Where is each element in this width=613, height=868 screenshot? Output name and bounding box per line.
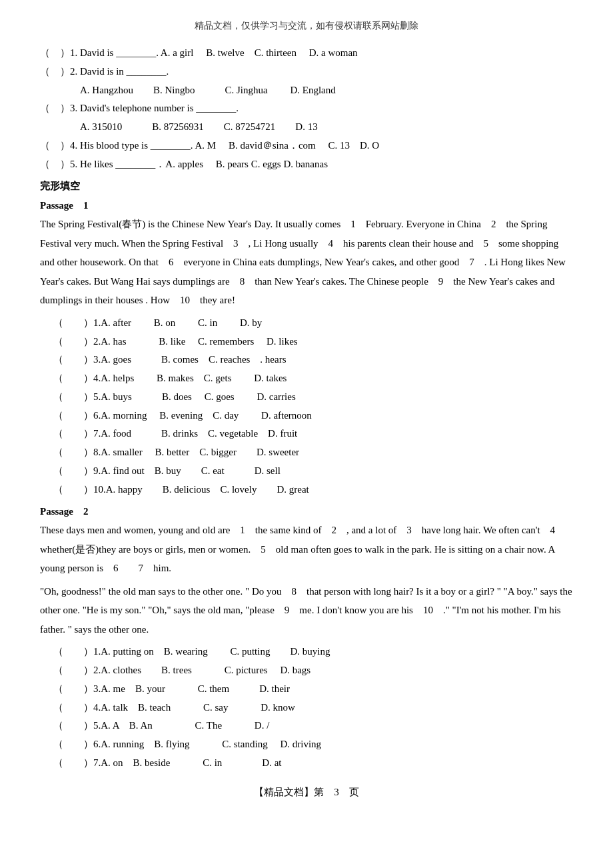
passage1-option-2: （ ）2.A. has B. like C. remembers D. like…: [53, 333, 573, 351]
question-5: （ ）5. He likes ________．A. apples B. pea…: [40, 155, 573, 174]
passage1-option-3: （ ）3.A. goes B. comes C. reaches . hears: [53, 351, 573, 369]
passage2-option-7: （ ）7.A. on B. beside C. in D. at: [53, 754, 573, 773]
passage2-option-6: （ ）6.A. running B. flying C. standing D.…: [53, 735, 573, 754]
passage1-option-1: （ ）1.A. after B. on C. in D. by: [53, 314, 573, 333]
question-2: （ ）2. David is in ________.: [40, 63, 573, 81]
footer-text: 【精品文档】第 3 页: [40, 786, 573, 799]
question-2-options: A. Hangzhou B. Ningbo C. Jinghua D. Engl…: [80, 81, 573, 100]
passage1-option-5: （ ）5.A. buys B. does C. goes D. carries: [53, 388, 573, 407]
passage2-option-1: （ ）1.A. putting on B. wearing C. putting…: [53, 643, 573, 661]
passage1-option-10: （ ）10.A. happy B. delicious C. lovely D.…: [53, 481, 573, 499]
passage2-option-5: （ ）5.A. A B. An C. The D. /: [53, 717, 573, 735]
question-3-options: A. 315010 B. 87256931 C. 87254721 D. 13: [80, 118, 573, 137]
passage1-option-8: （ ）8.A. smaller B. better C. bigger D. s…: [53, 443, 573, 462]
question-4: （ ）4. His blood type is ________. A. M B…: [40, 137, 573, 155]
passage2-options: （ ）1.A. putting on B. wearing C. putting…: [40, 643, 573, 772]
passage2-option-4: （ ）4.A. talk B. teach C. say D. know: [53, 699, 573, 717]
passage1-body: The Spring Festival(春节) is the Chinese N…: [40, 215, 573, 310]
cloze-title: 完形填空: [40, 180, 573, 193]
passage2-option-3: （ ）3.A. me B. your C. them D. their: [53, 680, 573, 699]
question-3: （ ）3. David's telephone number is ______…: [40, 99, 573, 118]
passage1-option-4: （ ）4.A. helps B. makes C. gets D. takes: [53, 369, 573, 388]
question-1: （ ）1. David is ________. A. a girl B. tw…: [40, 44, 573, 63]
passage2-body2: "Oh, goodness!" the old man says to the …: [40, 582, 573, 639]
header-text: 精品文档，仅供学习与交流，如有侵权请联系网站删除: [40, 20, 573, 32]
passage1-option-6: （ ）6.A. morning B. evening C. day D. aft…: [53, 407, 573, 425]
passage2-body1: These days men and women, young and old …: [40, 521, 573, 578]
passage2-title: Passage 2: [40, 505, 573, 518]
passage1-title: Passage 1: [40, 199, 573, 212]
passage2-option-2: （ ）2.A. clothes B. trees C. pictures D. …: [53, 661, 573, 680]
passage1-options: （ ）1.A. after B. on C. in D. by（ ）2.A. h…: [40, 314, 573, 499]
passage1-option-7: （ ）7.A. food B. drinks C. vegetable D. f…: [53, 425, 573, 443]
passage1-option-9: （ ）9.A. find out B. buy C. eat D. sell: [53, 462, 573, 481]
